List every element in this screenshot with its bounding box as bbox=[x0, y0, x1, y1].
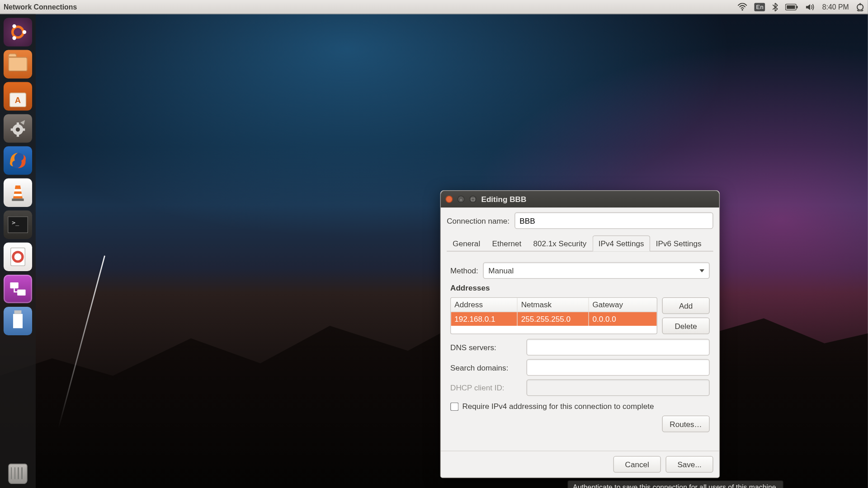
svg-rect-14 bbox=[21, 128, 25, 131]
launcher: >_ bbox=[0, 14, 36, 488]
network-connections-icon[interactable] bbox=[4, 275, 32, 303]
wifi-indicator-icon[interactable] bbox=[734, 0, 751, 14]
method-value: Manual bbox=[488, 266, 514, 275]
tab-bar: General Ethernet 802.1x Security IPv4 Se… bbox=[447, 235, 713, 252]
svg-rect-21 bbox=[10, 282, 18, 288]
battery-indicator-icon[interactable] bbox=[782, 0, 802, 14]
firefox-icon[interactable] bbox=[4, 146, 32, 175]
cancel-button[interactable]: Cancel bbox=[613, 456, 661, 473]
chevron-down-icon bbox=[699, 269, 704, 272]
search-domains-input[interactable] bbox=[526, 359, 709, 376]
table-row[interactable]: 192.168.0.1 255.255.255.0 0.0.0.0 bbox=[451, 312, 656, 326]
routes-button[interactable]: Routes… bbox=[662, 416, 710, 432]
vlc-icon[interactable] bbox=[4, 178, 32, 207]
clock[interactable]: 8:40 PM bbox=[819, 3, 853, 11]
dash-icon[interactable] bbox=[4, 18, 32, 46]
svg-rect-18 bbox=[12, 198, 24, 201]
svg-point-7 bbox=[12, 24, 16, 28]
svg-point-10 bbox=[16, 127, 20, 131]
bluetooth-indicator-icon[interactable] bbox=[769, 0, 782, 14]
table-header: Address Netmask Gateway bbox=[451, 298, 656, 312]
tab-ethernet[interactable]: Ethernet bbox=[486, 235, 527, 252]
tab-ipv4-settings[interactable]: IPv4 Settings bbox=[593, 235, 650, 252]
method-label: Method: bbox=[450, 266, 478, 275]
svg-rect-16 bbox=[14, 189, 22, 191]
session-indicator-icon[interactable] bbox=[853, 0, 868, 14]
software-center-icon[interactable] bbox=[4, 82, 32, 111]
connection-name-label: Connection name: bbox=[447, 216, 509, 225]
panel-app-title: Network Connections bbox=[0, 3, 77, 11]
add-button[interactable]: Add bbox=[662, 297, 709, 314]
save-button[interactable]: Save... bbox=[665, 456, 713, 473]
svg-point-8 bbox=[12, 36, 16, 40]
dhcp-client-id-label: DHCP client ID: bbox=[450, 383, 522, 392]
window-close-icon[interactable] bbox=[446, 196, 453, 203]
dhcp-client-id-input bbox=[526, 379, 709, 396]
svg-rect-3 bbox=[787, 5, 795, 9]
window-minimize-icon[interactable]: ‐ bbox=[458, 196, 465, 203]
addresses-table[interactable]: Address Netmask Gateway 192.168.0.1 255.… bbox=[450, 297, 657, 334]
require-ipv4-checkbox[interactable]: Require IPv4 addressing for this connect… bbox=[450, 402, 710, 411]
dns-servers-label: DNS servers: bbox=[450, 343, 522, 352]
trash-icon[interactable] bbox=[4, 460, 32, 488]
terminal-icon[interactable]: >_ bbox=[4, 211, 32, 239]
window-title: Editing BBB bbox=[481, 195, 526, 204]
svg-point-0 bbox=[742, 9, 743, 10]
cell-netmask: 255.255.255.0 bbox=[518, 312, 589, 326]
settings-icon[interactable] bbox=[4, 114, 32, 143]
tab-general[interactable]: General bbox=[447, 235, 486, 252]
tab-8021x-security[interactable]: 802.1x Security bbox=[527, 235, 592, 252]
top-panel: Network Connections En 8:40 PM bbox=[0, 0, 868, 14]
tab-ipv6-settings[interactable]: IPv6 Settings bbox=[650, 235, 708, 252]
ipv4-settings-pane: Method: Manual Addresses Address Netmask… bbox=[447, 256, 713, 435]
addresses-label: Addresses bbox=[450, 284, 710, 293]
cell-address: 192.168.0.1 bbox=[451, 312, 517, 326]
editing-connection-window: ‐ □ Editing BBB Connection name: General… bbox=[440, 190, 720, 478]
svg-rect-13 bbox=[11, 128, 14, 131]
usb-drive-icon[interactable] bbox=[4, 307, 32, 335]
dns-servers-input[interactable] bbox=[526, 339, 709, 356]
svg-rect-12 bbox=[17, 133, 19, 137]
window-maximize-icon[interactable]: □ bbox=[469, 196, 476, 203]
search-domains-label: Search domains: bbox=[450, 363, 522, 372]
method-select[interactable]: Manual bbox=[483, 262, 709, 279]
svg-rect-2 bbox=[797, 6, 798, 8]
files-icon[interactable] bbox=[4, 50, 32, 79]
delete-button[interactable]: Delete bbox=[662, 318, 709, 334]
require-ipv4-checkbox-label: Require IPv4 addressing for this connect… bbox=[462, 402, 654, 411]
dialog-footer: Cancel Save... bbox=[441, 450, 719, 477]
sound-indicator-icon[interactable] bbox=[802, 0, 819, 14]
svg-rect-11 bbox=[17, 122, 19, 126]
require-ipv4-checkbox-box[interactable] bbox=[450, 402, 458, 410]
cell-gateway: 0.0.0.0 bbox=[589, 312, 657, 326]
connection-name-input[interactable] bbox=[514, 212, 713, 229]
save-tooltip: Authenticate to save this connection for… bbox=[567, 480, 783, 488]
svg-point-5 bbox=[13, 27, 24, 38]
col-gateway[interactable]: Gateway bbox=[589, 298, 657, 311]
window-titlebar[interactable]: ‐ □ Editing BBB bbox=[441, 191, 719, 207]
svg-point-6 bbox=[23, 30, 26, 34]
svg-rect-17 bbox=[14, 194, 22, 196]
keyboard-layout-indicator[interactable]: En bbox=[751, 0, 769, 14]
col-netmask[interactable]: Netmask bbox=[518, 298, 589, 311]
col-address[interactable]: Address bbox=[451, 298, 517, 311]
document-viewer-icon[interactable] bbox=[4, 243, 32, 271]
